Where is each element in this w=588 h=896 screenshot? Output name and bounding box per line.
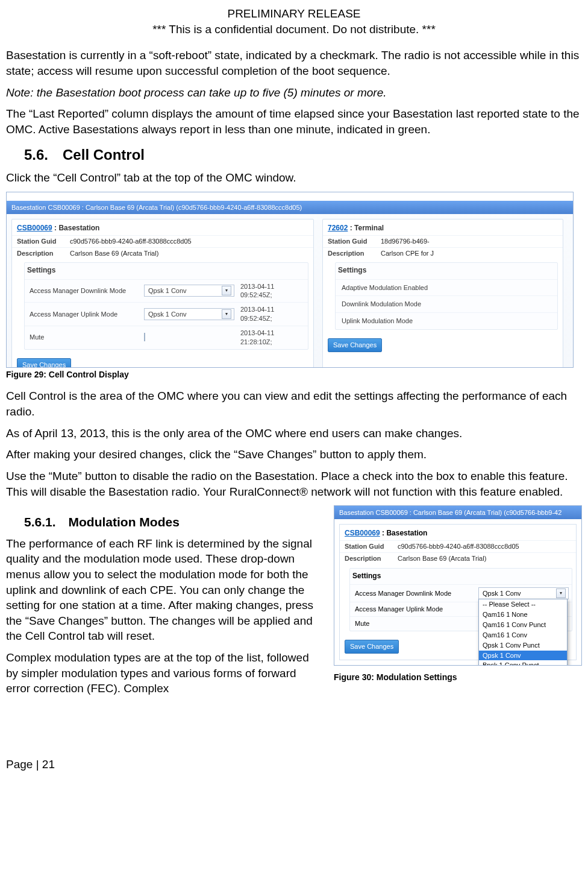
field-label: Station Guid	[17, 237, 70, 246]
dropdown-option[interactable]: Qam16 1 None	[479, 610, 567, 620]
dropdown-option-selected[interactable]: Qpsk 1 Conv	[479, 651, 567, 661]
paragraph: Cell Control is the area of the OMC wher…	[6, 388, 582, 419]
panel-type-label: : Basestation	[54, 224, 99, 232]
settings-heading: Settings	[336, 263, 557, 279]
field-value: Carlson Base 69 (Arcata Trial)	[398, 554, 571, 563]
figure-29-caption: Figure 29: Cell Control Display	[6, 369, 582, 380]
setting-label: Access Manager Downlink Mode	[30, 286, 138, 295]
select-value: Qpsk 1 Conv	[148, 310, 187, 319]
settings-heading: Settings	[25, 263, 308, 279]
basestation-panel: CSB00069 : Basestation Station Guidc90d5…	[11, 219, 314, 368]
basestation-id-link[interactable]: CSB00069	[345, 529, 380, 537]
downlink-mode-select[interactable]: Qpsk 1 Conv ▾	[478, 587, 569, 599]
timestamp: 2013-04-11 09:52:45Z;	[240, 282, 303, 300]
paragraph: After making your desired changes, click…	[6, 447, 582, 462]
setting-label: Uplink Modulation Mode	[336, 312, 557, 329]
setting-label: Adaptive Modulation Enabled	[336, 279, 557, 296]
terminal-id-link[interactable]: 72602	[328, 224, 348, 232]
field-label: Station Guid	[328, 237, 381, 246]
figure-30-container: Basestation CSB00069 : Carlson Base 69 (…	[334, 505, 582, 666]
window-titlebar: Basestation CSB00069 : Carlson Base 69 (…	[7, 201, 573, 214]
paragraph: The performance of each RF link is deter…	[6, 536, 322, 644]
chevron-down-icon: ▾	[222, 286, 231, 295]
setting-label: Access Manager Uplink Mode	[30, 310, 138, 319]
figure-30-caption: Figure 30: Modulation Settings	[334, 672, 582, 683]
paragraph: Basestation is currently in a “soft-rebo…	[6, 48, 582, 78]
dropdown-list[interactable]: -- Please Select -- Qam16 1 None Qam16 1…	[478, 599, 568, 666]
dropdown-option[interactable]: -- Please Select --	[479, 599, 567, 610]
setting-label: Downlink Modulation Mode	[336, 295, 557, 312]
settings-heading: Settings	[350, 569, 572, 584]
field-value: Carlson Base 69 (Arcata Trial)	[70, 249, 308, 258]
panel-type-label: : Terminal	[350, 224, 384, 232]
timestamp: 2013-04-11 09:52:45Z;	[240, 305, 303, 323]
paragraph: Use the “Mute” button to disable the rad…	[6, 469, 582, 499]
dropdown-option[interactable]: Qam16 1 Conv	[479, 630, 567, 640]
save-changes-button[interactable]: Save Changes	[17, 358, 71, 368]
field-value: c90d5766-bbb9-4240-a6ff-83088ccc8d05	[70, 237, 308, 246]
figure-29-container: Basestation CSB00069 : Carlson Base 69 (…	[6, 192, 574, 368]
page-footer: Page | 21	[6, 757, 582, 772]
header-line2: *** This is a confidential document. Do …	[6, 22, 582, 37]
field-label: Description	[17, 249, 70, 258]
field-label: Station Guid	[345, 542, 398, 551]
mute-checkbox[interactable]	[144, 333, 145, 341]
field-label: Description	[345, 554, 398, 563]
basestation-id-link[interactable]: CSB00069	[17, 224, 52, 232]
timestamp: 2013-04-11 21:28:10Z;	[240, 329, 303, 347]
select-value: Qpsk 1 Conv	[483, 589, 521, 598]
field-label: Description	[328, 249, 381, 258]
dropdown-option[interactable]: Qam16 1 Conv Punct	[479, 620, 567, 630]
window-titlebar: Basestation CSB00069 : Carlson Base 69 (…	[334, 506, 581, 519]
dropdown-option[interactable]: Bpsk 1 Conv Punct	[479, 660, 567, 665]
setting-label: Access Manager Uplink Mode	[355, 605, 472, 614]
save-changes-button[interactable]: Save Changes	[328, 338, 382, 352]
terminal-panel: 72602 : Terminal Station Guid18d96796-b4…	[322, 219, 563, 368]
paragraph: The “Last Reported” column displays the …	[6, 106, 582, 137]
field-value: 18d96796-b469-	[381, 237, 558, 246]
field-value: Carlson CPE for J	[381, 249, 558, 258]
setting-label: Access Manager Downlink Mode	[355, 589, 472, 598]
section-5-6-1-heading: 5.6.1. Modulation Modes	[24, 514, 322, 531]
save-changes-button[interactable]: Save Changes	[345, 640, 399, 654]
note-paragraph: Note: the Basestation boot process can t…	[6, 85, 582, 101]
paragraph: Click the “Cell Control” tab at the top …	[6, 170, 582, 186]
chevron-down-icon: ▾	[556, 588, 566, 598]
downlink-mode-select[interactable]: Qpsk 1 Conv ▾	[144, 285, 234, 297]
setting-label: Mute	[355, 619, 472, 628]
field-value: c90d5766-bbb9-4240-a6ff-83088ccc8d05	[398, 542, 571, 551]
uplink-mode-select[interactable]: Qpsk 1 Conv ▾	[144, 308, 234, 320]
section-5-6-heading: 5.6. Cell Control	[24, 145, 582, 165]
header-line1: PRELIMINARY RELEASE	[6, 6, 582, 22]
select-value: Qpsk 1 Conv	[148, 286, 187, 295]
chevron-down-icon: ▾	[222, 309, 231, 319]
paragraph: Complex modulation types are at the top …	[6, 650, 322, 696]
setting-label: Mute	[30, 333, 138, 342]
dropdown-option[interactable]: Qpsk 1 Conv Punct	[479, 640, 567, 651]
panel-type-label: : Basestation	[382, 529, 427, 537]
paragraph: As of April 13, 2013, this is the only a…	[6, 426, 582, 441]
